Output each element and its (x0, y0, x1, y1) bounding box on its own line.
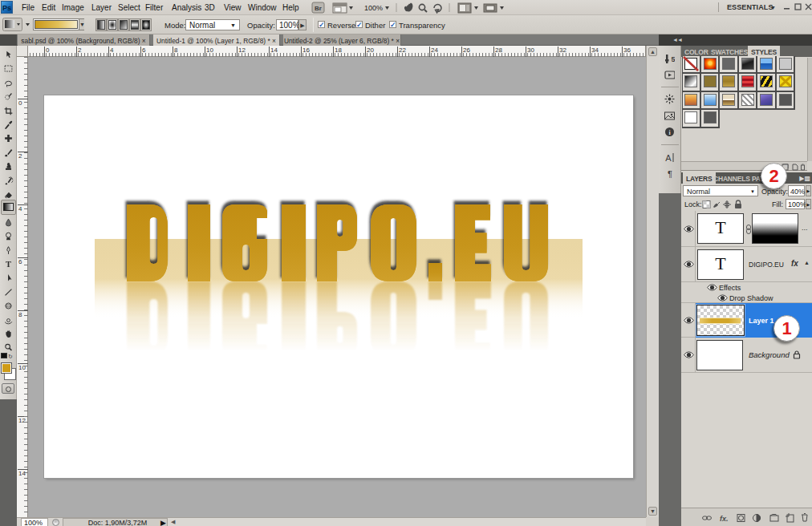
svg-text:fx.: fx. (720, 515, 729, 523)
svg-text:T: T (6, 260, 11, 269)
svg-text:¶: ¶ (668, 169, 672, 179)
svg-text:Br: Br (315, 5, 322, 12)
svg-text:100%: 100% (364, 4, 383, 12)
svg-text:A: A (665, 153, 672, 163)
svg-text:5: 5 (671, 55, 675, 63)
